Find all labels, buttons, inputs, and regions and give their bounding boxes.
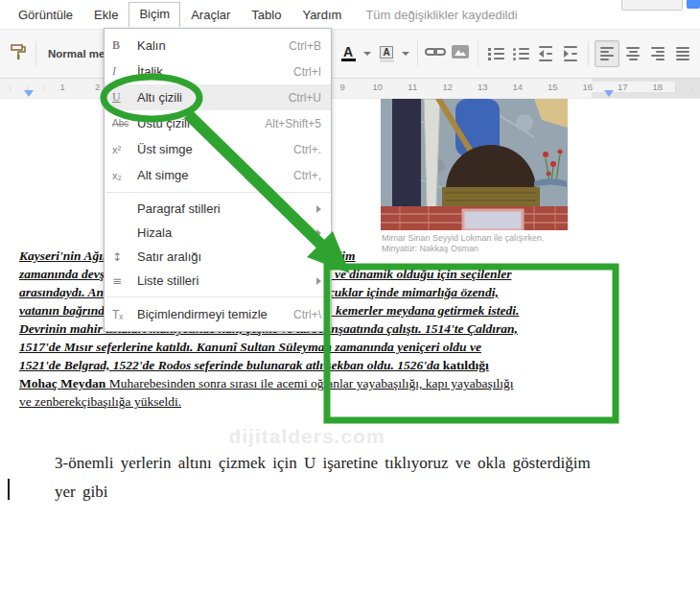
format-menu-item-shortcut: Ctrl+\ bbox=[293, 308, 321, 321]
ruler-number: 12 bbox=[431, 82, 466, 92]
menubar-item[interactable]: Biçim bbox=[128, 2, 180, 27]
format-menu-item[interactable]: U Altı çizili Ctrl+U bbox=[105, 84, 331, 110]
format-menu-item-icon: Abc bbox=[112, 118, 137, 129]
highlight-color-caret-icon[interactable] bbox=[402, 52, 409, 56]
ruler-number: 11 bbox=[395, 82, 431, 92]
format-menu-item-label: Satır aralığı bbox=[137, 249, 316, 264]
text-segment: 1517'de Mısır seferlerine katıldı. Kanun… bbox=[19, 340, 481, 354]
indent-button[interactable] bbox=[559, 41, 582, 66]
format-menu-item-label: Hizala bbox=[137, 225, 316, 240]
numbered-list-button[interactable] bbox=[484, 41, 507, 66]
format-menu: B Kalın Ctrl+B I İtalik Ctrl+I U Altı çi… bbox=[104, 28, 332, 332]
ruler-number: 10 bbox=[361, 82, 396, 92]
format-menu-item[interactable]: B Kalın Ctrl+B bbox=[105, 33, 331, 59]
ruler-number: 15 bbox=[535, 82, 571, 92]
bullet-list-button[interactable] bbox=[509, 41, 532, 66]
image-icon bbox=[452, 45, 469, 62]
format-menu-item[interactable]: I İtalik Ctrl+I bbox=[105, 59, 331, 84]
format-menu-item-label: Altı çizili bbox=[137, 90, 289, 105]
align-left-icon bbox=[600, 47, 614, 60]
justify-icon bbox=[676, 47, 689, 60]
format-menu-item-icon: B bbox=[112, 38, 137, 53]
align-left-button[interactable] bbox=[595, 40, 619, 67]
submenu-arrow-icon bbox=[316, 229, 321, 237]
line-segments: 1517'de Mısır seferlerine katıldı. Kanun… bbox=[19, 340, 481, 354]
format-menu-item-label: Kalın bbox=[137, 38, 289, 53]
format-menu-item[interactable]: x₂ Alt simge Ctrl+, bbox=[105, 162, 331, 188]
align-center-icon bbox=[626, 47, 640, 60]
menubar-item[interactable]: Araçlar bbox=[180, 3, 241, 27]
link-icon bbox=[425, 45, 446, 62]
instruction-paragraph[interactable]: 3-önemli yerlerin altını çizmek için U i… bbox=[55, 449, 591, 507]
indent-marker-left[interactable] bbox=[24, 90, 34, 97]
format-menu-item[interactable]: ↕ Satır aralığı bbox=[105, 245, 331, 269]
menubar-item[interactable]: Tablo bbox=[241, 3, 292, 27]
menubar: GörüntüleEkleBiçimAraçlarTabloYardım Tüm… bbox=[0, 0, 700, 29]
insert-image-button[interactable] bbox=[449, 41, 472, 66]
save-status: Tüm değişiklikler kaydedildi bbox=[365, 8, 517, 22]
format-menu-item[interactable]: Paragraf stilleri bbox=[105, 197, 331, 221]
ruler-number: 1 bbox=[45, 82, 81, 92]
format-menu-item-label: Paragraf stilleri bbox=[137, 201, 316, 216]
ruler-number: 14 bbox=[501, 82, 536, 92]
text-color-button[interactable]: A bbox=[337, 41, 360, 66]
outdent-button[interactable] bbox=[534, 41, 557, 66]
document-line: 1517'de Mısır seferlerine katıldı. Kanun… bbox=[19, 338, 519, 356]
text-color-icon: A bbox=[343, 46, 353, 58]
menubar-item[interactable]: Görüntüle bbox=[8, 3, 83, 27]
indent-icon bbox=[564, 46, 577, 61]
menu-separator bbox=[105, 296, 330, 297]
menubar-item[interactable]: Yardım bbox=[292, 3, 352, 27]
format-menu-item-shortcut: Ctrl+B bbox=[289, 39, 321, 53]
document-line: Mohaç Meydan Muharebesinden sonra sırası… bbox=[19, 374, 519, 392]
format-menu-item-icon: ≡ bbox=[112, 274, 137, 288]
format-menu-item-shortcut: Ctrl+, bbox=[293, 169, 321, 182]
text-color-caret-icon[interactable] bbox=[363, 52, 371, 56]
format-menu-item-icon: x² bbox=[112, 144, 137, 155]
indent-marker-right[interactable] bbox=[604, 90, 614, 97]
numbered-list-icon bbox=[488, 48, 504, 60]
format-menu-item-shortcut: Ctrl+U bbox=[289, 91, 321, 105]
format-menu-item-icon: I bbox=[112, 64, 137, 79]
format-menu-group-clear: Tₓ Biçimlendirmeyi temizle Ctrl+\ bbox=[105, 301, 331, 327]
text-segment: katıldığı bbox=[443, 358, 489, 372]
line-segments: Mohaç Meydan Muharebesinden sonra sırası… bbox=[19, 376, 514, 390]
menubar-item[interactable]: Ekle bbox=[83, 3, 128, 27]
menu-separator bbox=[105, 192, 330, 193]
format-menu-item[interactable]: Hizala bbox=[105, 221, 331, 245]
format-menu-item-label: Alt simge bbox=[137, 168, 293, 182]
format-menu-item[interactable]: Tₓ Biçimlendirmeyi temizle Ctrl+\ bbox=[105, 301, 331, 327]
paint-format-button[interactable] bbox=[7, 41, 30, 66]
format-menu-item-label: Liste stilleri bbox=[137, 273, 316, 288]
insert-link-button[interactable] bbox=[424, 41, 447, 66]
ruler-number: 18 bbox=[641, 82, 676, 92]
clear-formatting-icon: Tₓ bbox=[112, 308, 137, 321]
format-menu-group-text: B Kalın Ctrl+B I İtalik Ctrl+I U Altı çi… bbox=[105, 33, 331, 188]
comments-button-partial[interactable] bbox=[621, 0, 683, 11]
submenu-arrow-icon bbox=[316, 277, 321, 285]
document-line: 3-önemli yerlerin altını çizmek için U i… bbox=[55, 449, 591, 478]
submenu-arrow-icon bbox=[316, 253, 321, 261]
text-segment: Mohaç Meydan bbox=[19, 376, 109, 390]
align-right-icon bbox=[651, 47, 665, 60]
format-menu-item[interactable]: ≡ Liste stilleri bbox=[105, 269, 331, 293]
format-menu-item[interactable]: x² Üst simge Ctrl+. bbox=[105, 136, 331, 162]
document-image[interactable] bbox=[381, 99, 568, 230]
format-menu-item-shortcut: Ctrl+I bbox=[293, 65, 321, 79]
justify-button[interactable] bbox=[671, 41, 694, 66]
bullet-list-icon bbox=[513, 48, 529, 60]
format-menu-item-icon: ↕ bbox=[112, 250, 137, 264]
line-segments: 1521'de Belgrad, 1522'de Rodos seferinde… bbox=[19, 358, 489, 372]
ruler-number: 13 bbox=[465, 82, 501, 92]
format-menu-item-shortcut: Alt+Shift+5 bbox=[265, 117, 321, 130]
align-right-button[interactable] bbox=[646, 41, 669, 66]
paint-roller-icon bbox=[10, 43, 27, 64]
align-center-button[interactable] bbox=[621, 41, 644, 66]
document-line: 1521'de Belgrad, 1522'de Rodos seferinde… bbox=[19, 356, 519, 374]
format-menu-item[interactable]: Abc Üstü çizili Alt+Shift+5 bbox=[105, 110, 331, 136]
format-menu-item-label: Üst simge bbox=[137, 142, 293, 156]
toolbar-right-group: A A bbox=[336, 30, 700, 78]
highlight-color-button[interactable]: A bbox=[375, 41, 398, 66]
format-menu-item-label: Biçimlendirmeyi temizle bbox=[137, 307, 293, 321]
share-button-partial[interactable] bbox=[687, 0, 700, 9]
